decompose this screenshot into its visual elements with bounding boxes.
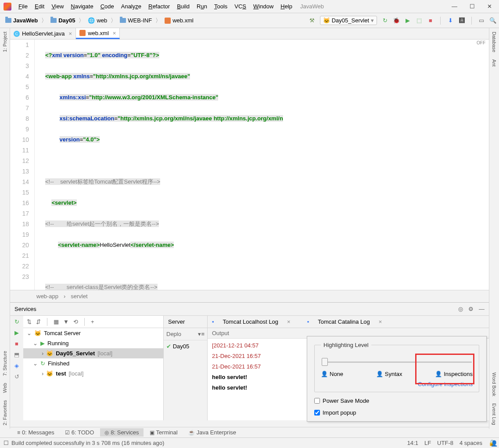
filter-icon[interactable]: ▼ bbox=[63, 318, 69, 325]
popup-title: Highlighting Level bbox=[321, 342, 371, 348]
code-editor[interactable]: 1234567891011121314151617181920212223 <?… bbox=[10, 40, 489, 290]
add-icon[interactable]: + bbox=[91, 318, 94, 325]
menu-vcs[interactable]: VCS bbox=[231, 3, 250, 10]
menu-help[interactable]: Help bbox=[277, 3, 296, 10]
import-popup-checkbox[interactable]: Import popup bbox=[314, 409, 479, 416]
tree-node-finished[interactable]: ⌄↻Finished bbox=[23, 358, 163, 369]
tab-database[interactable]: Database bbox=[490, 28, 498, 56]
tab-ant[interactable]: Ant bbox=[490, 56, 498, 70]
tab-structure[interactable]: 7: Structure bbox=[1, 347, 9, 379]
inspector-icon[interactable]: 👤 bbox=[489, 438, 499, 448]
editor-tab-helloservlet[interactable]: C HelloServlet.java × bbox=[10, 28, 76, 39]
slider-inspections[interactable]: 👤 Inspections bbox=[435, 371, 473, 377]
crumb-item[interactable]: web-app bbox=[36, 293, 58, 300]
tree-node-day05[interactable]: ›🐱Day05_Servlet [local] bbox=[23, 348, 163, 358]
maximize-icon[interactable]: ☐ bbox=[470, 3, 475, 10]
line-separator[interactable]: LF bbox=[424, 440, 431, 446]
grid-icon[interactable]: ▦ bbox=[54, 318, 59, 325]
menu-navigate[interactable]: Navigate bbox=[67, 3, 97, 10]
configure-inspections-link[interactable]: Configure inspections bbox=[321, 381, 473, 387]
run-icon[interactable]: ↻ bbox=[381, 17, 388, 24]
search-icon[interactable]: 🔍 bbox=[489, 17, 496, 24]
tree-node-tomcat[interactable]: ⌄🐱Tomcat Server bbox=[23, 328, 163, 338]
breadcrumb-item[interactable]: Day05 bbox=[58, 17, 75, 24]
tab-project[interactable]: 1: Project bbox=[1, 28, 9, 55]
cursor-position[interactable]: 14:1 bbox=[407, 440, 418, 446]
dump-icon[interactable]: ⬒ bbox=[14, 351, 19, 358]
rerun-icon[interactable]: ↻ bbox=[14, 318, 19, 325]
menu-code[interactable]: Code bbox=[97, 3, 118, 10]
crumb-item[interactable]: servlet bbox=[71, 293, 87, 300]
services-tab-server[interactable]: Server bbox=[168, 318, 185, 325]
line-numbers: 1234567891011121314151617181920212223 bbox=[10, 40, 35, 290]
indent-setting[interactable]: 4 spaces bbox=[460, 440, 482, 446]
hide-icon[interactable]: — bbox=[479, 306, 485, 312]
hammer-icon[interactable]: ⚒ bbox=[309, 17, 316, 24]
powersave-checkbox[interactable]: Power Save Mode bbox=[314, 397, 479, 404]
tab-terminal[interactable]: ▣ Terminal bbox=[145, 428, 182, 437]
coverage-icon[interactable]: ▶ bbox=[404, 17, 411, 24]
menu-tools[interactable]: Tools bbox=[211, 3, 231, 10]
tab-eventlog[interactable]: Event Log bbox=[490, 400, 498, 429]
editor-crumb-bar[interactable]: web-app › servlet bbox=[10, 290, 489, 302]
highlight-slider[interactable] bbox=[322, 361, 472, 363]
group-icon[interactable]: ⟲ bbox=[73, 318, 78, 325]
debug-icon[interactable]: 🐞 bbox=[393, 17, 400, 24]
collapse-icon[interactable]: ⇵ bbox=[36, 318, 41, 325]
file-encoding[interactable]: UTF-8 bbox=[437, 440, 453, 446]
tree-node-running[interactable]: ⌄▶Running bbox=[23, 338, 163, 348]
tab-favorites[interactable]: 2: Favorites bbox=[1, 397, 9, 429]
stop-icon[interactable]: ■ bbox=[427, 17, 434, 24]
menu-run[interactable]: Run bbox=[193, 3, 211, 10]
fold-gutter[interactable] bbox=[35, 40, 43, 290]
tab-todo[interactable]: ☑ 6: TODO bbox=[61, 428, 99, 437]
tab-wordbook[interactable]: Word Book bbox=[490, 369, 498, 400]
services-tab-catalina[interactable]: Tomcat Catalina Log bbox=[318, 318, 370, 325]
menu-file[interactable]: File bbox=[15, 3, 31, 10]
slider-syntax[interactable]: 👤 Syntax bbox=[376, 371, 402, 377]
breadcrumb-item[interactable]: web bbox=[97, 17, 107, 24]
run-config-selector[interactable]: 🐱 Day05_Servlet ▾ bbox=[320, 16, 377, 25]
breadcrumb[interactable]: JavaWeb 〉 Day05 〉 🌐web 〉 WEB-INF 〉 web.x… bbox=[3, 16, 196, 25]
close-icon[interactable]: ✕ bbox=[487, 3, 492, 10]
folder-icon bbox=[5, 18, 11, 23]
tree-node-test[interactable]: ›🐱test [local] bbox=[23, 369, 163, 379]
highlight-level-popup[interactable]: Highlighting Level 👤 None 👤 Syntax 👤 Ins… bbox=[307, 336, 487, 422]
menu-view[interactable]: View bbox=[48, 3, 67, 10]
close-tab-icon[interactable]: × bbox=[69, 30, 72, 37]
services-toolbar: ↻ ▶ ■ ⬒ ◈ ↺ bbox=[10, 316, 23, 420]
translate-icon[interactable]: 🅰 bbox=[458, 17, 465, 24]
update-icon[interactable]: ⬇ bbox=[447, 17, 454, 24]
services-tree[interactable]: ⇅ ⇵ ▦ ▼ ⟲ + ⌄🐱Tomcat Server ⌄▶Running ›🐱… bbox=[23, 316, 164, 420]
breadcrumb-item[interactable]: WEB-INF bbox=[128, 17, 152, 24]
tab-java-enterprise[interactable]: ☕ Java Enterprise bbox=[184, 428, 241, 437]
left-tool-gutter: 1: Project 7: Structure Web 2: Favorites bbox=[0, 28, 10, 429]
menu-build[interactable]: Build bbox=[173, 3, 193, 10]
menu-window[interactable]: Window bbox=[250, 3, 277, 10]
minimize-icon[interactable]: — bbox=[452, 3, 457, 10]
run-icon[interactable]: ▶ bbox=[14, 329, 19, 336]
menu-edit[interactable]: Edit bbox=[31, 3, 48, 10]
code-content[interactable]: <?xml version="1.0" encoding="UTF-8"?> <… bbox=[43, 40, 489, 290]
tab-services[interactable]: ◎ 8: Services bbox=[100, 428, 143, 437]
breadcrumb-item[interactable]: JavaWeb bbox=[13, 17, 38, 24]
services-tab-localhost[interactable]: Tomcat Localhost Log bbox=[223, 318, 278, 325]
attach-icon[interactable]: ⬚ bbox=[416, 17, 423, 24]
stop-icon[interactable]: ■ bbox=[15, 340, 18, 347]
gear-icon[interactable]: ⚙ bbox=[468, 306, 474, 312]
services-options-icon[interactable]: ◎ bbox=[458, 306, 463, 312]
editor-tab-webxml[interactable]: web.xml × bbox=[76, 28, 120, 39]
filter-icon[interactable]: ◈ bbox=[14, 362, 19, 369]
expand-icon[interactable]: ⇅ bbox=[27, 318, 32, 325]
menu-analyze[interactable]: Analyze bbox=[118, 3, 145, 10]
presentation-icon[interactable]: ▭ bbox=[478, 17, 485, 24]
deploy-item[interactable]: Day05 bbox=[173, 343, 190, 350]
inspection-indicator[interactable]: OFF bbox=[477, 40, 485, 45]
tab-messages[interactable]: ≡ 0: Messages bbox=[13, 428, 59, 437]
close-tab-icon[interactable]: × bbox=[113, 30, 116, 36]
slider-none[interactable]: 👤 None bbox=[321, 371, 343, 377]
breadcrumb-item[interactable]: web.xml bbox=[172, 17, 194, 24]
reload-icon[interactable]: ↺ bbox=[14, 373, 19, 380]
tab-web[interactable]: Web bbox=[1, 379, 9, 396]
menu-refactor[interactable]: Refactor bbox=[145, 3, 173, 10]
